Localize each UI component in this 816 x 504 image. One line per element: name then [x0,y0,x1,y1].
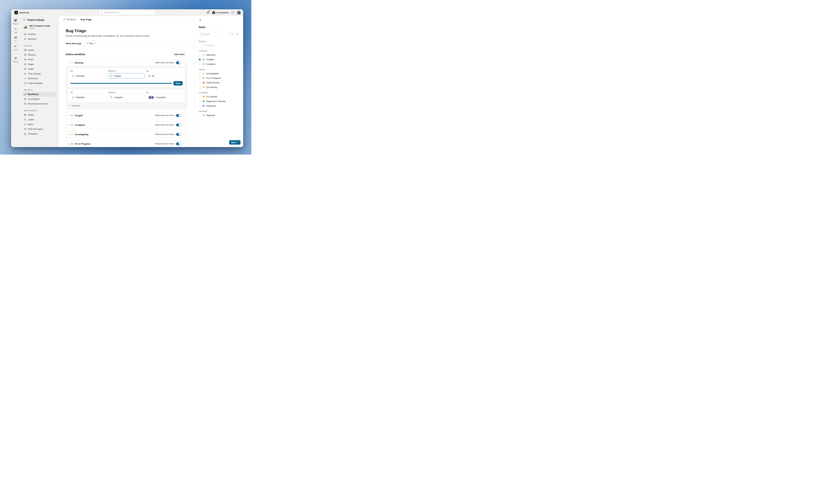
org-switcher[interactable]: ✦ Acme Inc. [13,10,34,15]
sidebar-item-time-tracking[interactable]: Time tracking [23,71,57,76]
by-select[interactable]: 2 members [147,95,183,100]
sidebar-item-labels[interactable]: Labels [23,117,57,122]
state-row-triaged[interactable]: Triaged Allow new work items [66,112,187,119]
workflow-icon [72,75,74,77]
ai-assistant-button[interactable]: AI Assistant [212,11,229,14]
work-item-type-field[interactable]: Bug ✕ [84,40,187,46]
rail-item-settings[interactable]: Settings [13,56,18,63]
more-menu-icon[interactable] [183,133,185,135]
radio-unchecked[interactable] [199,100,201,102]
sidebar-item-states[interactable]: States [23,112,57,117]
sidebar-item-milestones[interactable]: Milestones [23,76,57,81]
state-option-rejected[interactable]: Rejected [199,114,240,117]
state-option-investigating[interactable]: Investigating [199,72,240,75]
state-option-qa-testing[interactable]: QA Testing [199,86,240,88]
state-option-assigned[interactable]: Assigned [199,63,240,65]
sidebar-item-work-item-types[interactable]: Work item types [23,127,57,131]
add-states-button[interactable]: Add states [172,52,187,57]
radio-unchecked[interactable] [199,105,201,107]
rail-item-desk[interactable]: Desk [13,44,18,51]
more-menu-icon[interactable] [183,62,185,64]
ai-rail-icon [13,35,18,40]
remove-chip-icon[interactable]: ✕ [94,42,96,45]
expand-caret-icon[interactable] [68,115,69,116]
user-avatar[interactable] [237,11,241,15]
state-option-code-review[interactable]: Code Review [199,81,240,84]
state-option-fix-verified[interactable]: Fix Verified [199,95,240,98]
sidebar-item-pages[interactable]: Pages [23,62,57,67]
allow-toggle[interactable] [176,133,181,136]
radio-unchecked[interactable] [199,63,201,65]
expand-caret-icon[interactable] [68,62,69,64]
radio-unchecked[interactable] [199,96,201,98]
org-name: Acme Inc. [19,11,30,14]
add-flow-button[interactable]: Add flow [69,104,185,107]
sidebar-item-views[interactable]: Views [23,57,57,62]
rail-item-ai[interactable]: AI [13,35,18,42]
allow-toggle[interactable] [176,124,181,126]
move-to-select[interactable]: Assigned [108,95,144,100]
state-option-deployed[interactable]: Deployed [199,105,240,107]
sidebar-item-modules[interactable]: Modules [23,52,57,57]
state-option-triaged[interactable]: Triaged [199,58,240,61]
expand-caret-icon[interactable] [68,124,69,126]
radio-unchecked[interactable] [199,86,201,88]
state-option-reported[interactable]: Reported [199,54,240,56]
sidebar-item-general[interactable]: General [23,32,57,37]
sidebar-item-cycles[interactable]: Cycles [23,48,57,52]
more-menu-icon[interactable] [183,114,185,117]
next-button[interactable]: Next [229,140,241,145]
state-picker-panel: State Backlog Backlog Unstarted [195,16,243,147]
global-search[interactable] [99,10,155,15]
radio-unchecked[interactable] [199,82,201,84]
radio-unchecked[interactable] [199,77,201,79]
radio-unchecked[interactable] [199,114,201,117]
state-row-assigned[interactable]: Assigned Allow new work items [66,122,187,128]
expand-caret-icon[interactable] [68,134,69,135]
sidebar-item-intake[interactable]: Intake [23,67,57,71]
move-to-label: move to [108,70,144,72]
tray-icon [24,98,26,100]
sort-icon[interactable] [235,32,240,36]
sidebar-item-workflows[interactable]: Workflows [23,92,57,97]
rail-item-wiki[interactable]: Wiki [13,27,18,33]
inbox-button[interactable] [206,11,210,15]
via-select[interactable]: Transition [70,73,106,79]
radio-unchecked[interactable] [199,72,201,75]
allow-toggle[interactable] [176,142,181,145]
rail-item-projects[interactable]: Projects [13,18,18,25]
state-icon-qa-testing [202,86,205,88]
state-option-fix-in-progress[interactable]: Fix In Progress [199,77,240,79]
allow-toggle[interactable] [176,61,181,64]
sidebar-item-epics[interactable]: Epics [23,122,57,127]
radio-checked[interactable] [199,58,201,61]
back-to-project[interactable]: Project settings [23,18,57,22]
filter-icon[interactable] [230,32,234,36]
sidebar-item-members[interactable]: Members [23,37,57,41]
state-search[interactable] [199,32,229,36]
state-search-input[interactable] [203,33,227,35]
state-row-fix-in-progress[interactable]: Fix In Progress Allow new work items [66,141,187,147]
sidebar-item-templates[interactable]: Templates [23,131,57,136]
state-row-investigating[interactable]: Investigating Allow new work items [66,131,187,138]
by-select[interactable]: All [147,73,183,79]
breadcrumb-workflows[interactable]: Worlflows [63,18,76,21]
chevron-right-icon [237,141,238,144]
sidebar-item-project-updates[interactable]: Project updates [23,81,57,86]
via-select[interactable]: Transition [70,95,106,100]
help-icon[interactable]: ? [231,11,234,14]
expand-caret-icon[interactable] [68,143,69,145]
collapse-panel-icon[interactable] [199,19,240,22]
radio-unchecked[interactable] [199,54,201,56]
work-item-chip-bug[interactable]: Bug ✕ [85,42,97,45]
more-menu-icon[interactable] [183,124,185,126]
state-row-backlog[interactable]: Backlog Allow new work items [66,59,187,66]
move-to-select[interactable]: Triaged [108,73,144,79]
global-search-input[interactable] [104,11,154,14]
allow-toggle[interactable] [176,114,181,117]
more-menu-icon[interactable] [183,143,185,145]
sidebar-item-recurring-work-items[interactable]: Recurring work items [23,101,57,106]
state-option-regression-passed[interactable]: Regression Passed [199,100,240,102]
sidebar-item-automations[interactable]: Automations [23,97,57,101]
save-button[interactable]: Save [173,81,183,86]
